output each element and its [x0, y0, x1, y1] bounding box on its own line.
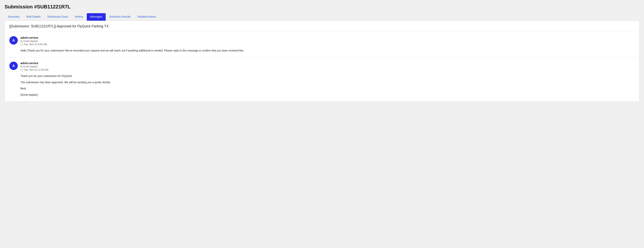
content-area: [[Submission: SUB11221R7L]] Approved for…: [4, 21, 640, 102]
message-body: Thank you for your submission for FlyQui…: [20, 74, 635, 97]
clock-icon: ◯: [20, 43, 23, 46]
timestamp: ◯ Tue, Nov 22 11:50 AM: [20, 68, 48, 71]
sender-name: admin.service: [20, 62, 48, 65]
page-title: Submission #SUB11221R7L: [4, 4, 640, 10]
recipient-label: to Annie Appian: [20, 40, 47, 43]
recipient-label: to Annie Appian: [20, 65, 48, 68]
message-item: A admin.service to Annie Appian ◯ Tue, N…: [5, 57, 639, 101]
tab-sanctions-results[interactable]: Sanctions Results: [106, 13, 134, 21]
sender-name: admin.service: [20, 36, 47, 39]
recipient-name: Annie Appian: [23, 40, 38, 43]
timestamp: ◯ Tue, Nov 22 9:54 AM: [20, 43, 47, 46]
message-item: A admin.service to Annie Appian ◯ Tue, N…: [5, 32, 639, 57]
tab-summary[interactable]: Summary: [4, 13, 23, 21]
tab-related-actions[interactable]: Related Actions: [134, 13, 160, 21]
page-container: Submission #SUB11221R7L Summary Risk Det…: [0, 0, 644, 248]
tab-history[interactable]: History: [72, 13, 87, 21]
clock-icon: ◯: [20, 69, 23, 71]
tab-submission-docs[interactable]: Submission Docs: [44, 13, 72, 21]
sender-info: admin.service to Annie Appian ◯ Tue, Nov…: [20, 36, 47, 46]
tabs-bar: Summary Risk Details Submission Docs His…: [4, 13, 640, 21]
avatar: A: [9, 36, 18, 45]
message-header: A admin.service to Annie Appian ◯ Tue, N…: [9, 62, 635, 71]
tab-risk-details[interactable]: Risk Details: [23, 13, 44, 21]
avatar: A: [9, 62, 18, 70]
email-subject: [[Submission: SUB11221R7L]] Approved for…: [5, 21, 639, 32]
sender-info: admin.service to Annie Appian ◯ Tue, Nov…: [20, 62, 48, 71]
tab-messages[interactable]: Messages: [87, 13, 106, 21]
recipient-name: Annie Appian: [23, 65, 38, 68]
message-header: A admin.service to Annie Appian ◯ Tue, N…: [9, 36, 635, 46]
message-body: Hello,Thank you for your submission! We'…: [20, 48, 635, 53]
